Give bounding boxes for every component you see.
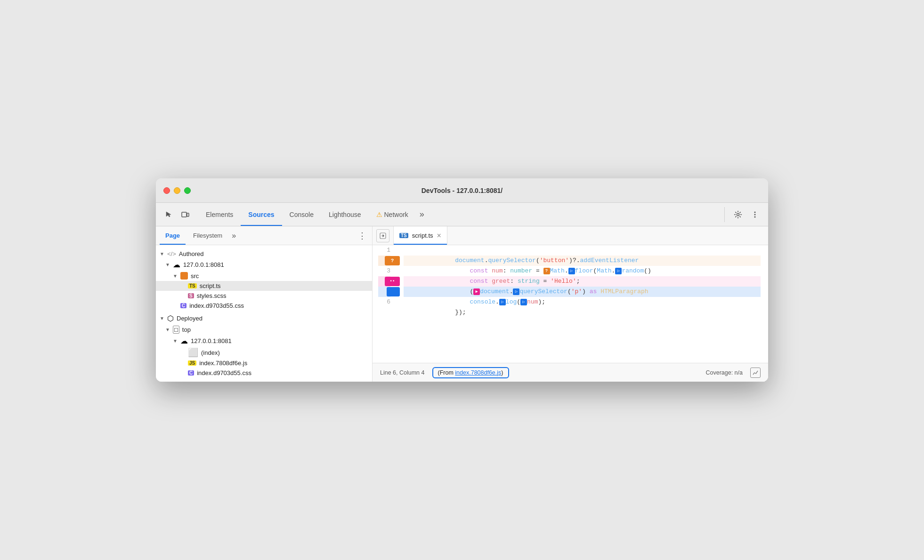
file-tree: ▼ </> Authored ▼ ☁ 127.0.0.1:8081 ▼ src <box>156 245 372 382</box>
tree-arrow: ▼ <box>165 262 171 267</box>
type-hint-icon-7: ▷ <box>520 299 527 305</box>
inspect-icon[interactable] <box>162 207 177 222</box>
code-lines: 1 2 ? 3 4 •• <box>373 245 768 307</box>
from-file-link[interactable]: index.7808df6e.js <box>455 369 501 376</box>
tree-arrow: ▼ <box>173 273 178 279</box>
minimize-button[interactable] <box>174 187 180 194</box>
tree-js-file[interactable]: JS index.7808df6e.js <box>156 358 372 368</box>
line-num-6: 6 <box>378 297 390 307</box>
device-toggle-icon[interactable] <box>178 207 193 222</box>
line-numbers: 1 2 ? 3 4 •• <box>373 245 396 307</box>
editor-tab-label: script.ts <box>412 232 433 239</box>
tree-styles-scss[interactable]: S styles.scss <box>156 291 372 301</box>
sub-tab-page[interactable]: Page <box>160 226 186 245</box>
breakpoint-badge-4[interactable]: •• <box>385 277 400 286</box>
title-bar: DevTools - 127.0.0.1:8081/ <box>156 178 768 203</box>
editor-tabs: TS script.ts × <box>373 226 768 245</box>
ts-file-icon: TS <box>188 283 197 288</box>
window-title: DevTools - 127.0.0.1:8081/ <box>421 187 503 194</box>
coverage-status: Coverage: n/a <box>705 369 743 376</box>
tree-arrow: ▼ <box>160 251 165 256</box>
tree-arrow: ▼ <box>165 327 171 332</box>
tree-script-ts[interactable]: TS script.ts <box>156 281 372 291</box>
more-options-icon[interactable] <box>747 207 762 222</box>
traffic-lights <box>163 187 191 194</box>
coverage-icon[interactable] <box>750 368 761 378</box>
tree-top-frame[interactable]: ▼ □ top <box>156 324 372 335</box>
tree-deployed-css[interactable]: C index.d9703d55.css <box>156 368 372 378</box>
settings-icon[interactable] <box>730 207 746 222</box>
breakpoint-badge-2[interactable]: ? <box>385 256 400 265</box>
frame-icon: □ <box>173 326 179 334</box>
status-bar: Line 6, Column 4 (From index.7808df6e.js… <box>373 363 768 382</box>
devtools-window: DevTools - 127.0.0.1:8081/ Elements Sour <box>156 178 768 382</box>
authored-code-icon: </> <box>167 250 176 257</box>
line-num-2: 2 ? <box>378 256 390 266</box>
line-num-4: 4 •• <box>378 276 390 287</box>
network-warning-icon: ⚠ <box>376 211 382 218</box>
tab-ts-icon: TS <box>399 233 408 238</box>
tree-authored-host[interactable]: ▼ ☁ 127.0.0.1:8081 <box>156 259 372 271</box>
tab-elements[interactable]: Elements <box>198 203 241 226</box>
tab-sources[interactable]: Sources <box>241 203 282 226</box>
sub-tabs: Page Filesystem » ⋮ <box>156 226 372 245</box>
tab-close-button[interactable]: × <box>437 232 441 240</box>
cloud-icon-deployed: ☁ <box>180 336 188 345</box>
deployed-icon: ⬡ <box>167 314 174 323</box>
js-file-icon: JS <box>188 360 196 366</box>
editor-back-button[interactable] <box>376 229 389 242</box>
editor-tab-script-ts[interactable]: TS script.ts × <box>393 226 447 245</box>
left-panel: Page Filesystem » ⋮ ▼ </> Authored ▼ <box>156 226 373 382</box>
tree-src-folder[interactable]: ▼ src <box>156 271 372 281</box>
cursor-position: Line 6, Column 4 <box>380 369 425 376</box>
cloud-icon: ☁ <box>173 260 180 269</box>
svg-point-5 <box>754 216 756 217</box>
svg-rect-0 <box>182 212 186 217</box>
tab-console[interactable]: Console <box>282 203 321 226</box>
main-tab-nav: Elements Sources Console Lighthouse ⚠ Ne… <box>198 203 722 226</box>
type-hint-icon-5: ▷ <box>513 288 519 295</box>
from-file-badge[interactable]: (From index.7808df6e.js) <box>432 367 509 378</box>
line-num-1: 1 <box>378 245 390 256</box>
right-panel: TS script.ts × 1 2 <box>373 226 768 382</box>
sub-tab-filesystem[interactable]: Filesystem <box>187 226 228 245</box>
css-file-icon-deployed: C <box>188 370 194 376</box>
tree-index-file[interactable]: ⬜ (index) <box>156 347 372 358</box>
type-hint-icon-2: ▷ <box>568 268 575 274</box>
line-num-3: 3 <box>378 266 390 276</box>
tab-lighthouse[interactable]: Lighthouse <box>321 203 369 226</box>
sub-tab-more-button[interactable]: » <box>230 232 238 240</box>
sub-tab-menu-button[interactable]: ⋮ <box>356 231 368 241</box>
tree-deployed-host[interactable]: ▼ ☁ 127.0.0.1:8081 <box>156 335 372 347</box>
tree-arrow: ▼ <box>173 338 178 344</box>
type-hint-icon-4: ▶ <box>473 288 480 295</box>
svg-point-4 <box>754 214 756 215</box>
type-hint-icon-3: ▷ <box>615 268 622 274</box>
code-content: document.querySelector('button')?.addEve… <box>396 245 768 307</box>
toolbar-icons <box>162 207 193 222</box>
svg-point-3 <box>754 211 756 213</box>
tree-authored[interactable]: ▼ </> Authored <box>156 249 372 259</box>
fullscreen-button[interactable] <box>184 187 191 194</box>
type-hint-icon-6: ▷ <box>499 299 506 305</box>
svg-rect-1 <box>187 213 189 216</box>
tree-arrow: ▼ <box>160 316 165 321</box>
tree-authored-css[interactable]: C index.d9703d55.css <box>156 301 372 311</box>
type-hint-icon-1: ? <box>543 268 550 274</box>
close-button[interactable] <box>163 187 170 194</box>
svg-point-2 <box>737 213 739 216</box>
tree-deployed[interactable]: ▼ ⬡ Deployed <box>156 312 372 324</box>
more-tabs-button[interactable]: » <box>416 209 428 219</box>
code-line-1: document.querySelector('button')?.addEve… <box>404 245 761 256</box>
main-toolbar: Elements Sources Console Lighthouse ⚠ Ne… <box>156 203 768 226</box>
index-file-icon: ⬜ <box>188 348 198 357</box>
breakpoint-badge-5[interactable] <box>387 287 400 296</box>
line-num-5: 5 <box>378 287 390 297</box>
scss-file-icon: S <box>188 293 194 298</box>
css-file-icon: C <box>180 303 186 308</box>
code-editor[interactable]: 1 2 ? 3 4 •• <box>373 245 768 363</box>
main-content: Page Filesystem » ⋮ ▼ </> Authored ▼ <box>156 226 768 382</box>
folder-src-icon <box>180 272 188 280</box>
toolbar-right <box>724 207 762 222</box>
tab-network[interactable]: ⚠ Network <box>369 203 416 226</box>
